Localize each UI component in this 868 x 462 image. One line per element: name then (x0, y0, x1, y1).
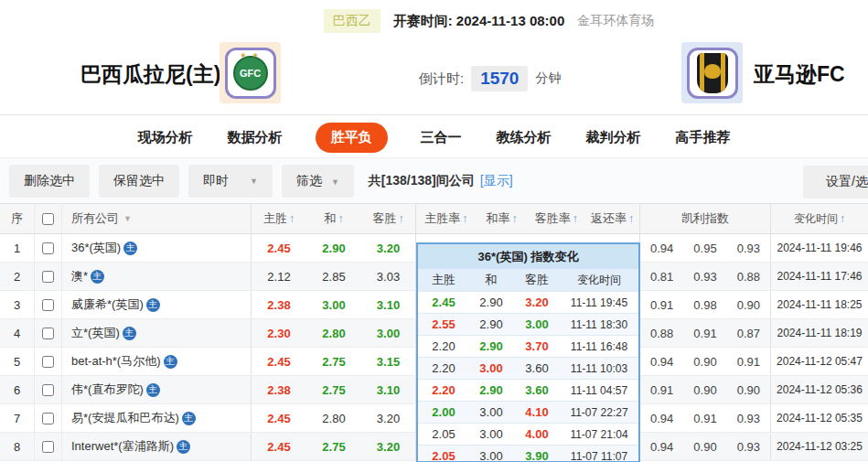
row-index: 7 (0, 404, 35, 432)
company-cell[interactable]: Interwet*(塞浦路斯)主 (62, 433, 252, 460)
company-cell[interactable]: 36*(英国)主 (62, 234, 252, 262)
col-header-draw-rate[interactable]: 和率↑ (477, 210, 528, 227)
kelly-value: 0.87 (727, 327, 770, 340)
popup-change-time: 11-07 22:27 (561, 406, 638, 419)
tab-5[interactable]: 裁判分析 (584, 124, 643, 152)
popup-change-time: 11-11 04:57 (561, 384, 638, 397)
col-header-draw-label: 和 (325, 210, 337, 227)
popup-odds-draw: 2.90 (469, 295, 513, 309)
main-company-icon: 主 (123, 242, 137, 255)
odds-cell: 2.38 (252, 291, 306, 318)
kelly-value: 0.93 (727, 440, 770, 454)
sort-up-icon: ↑ (573, 212, 578, 225)
company-cell[interactable]: 立*(英国)主 (62, 319, 252, 347)
col-header-home-rate[interactable]: 主胜率↑ (416, 210, 477, 227)
kelly-value: 0.91 (727, 355, 770, 369)
main-company-icon: 主 (146, 298, 160, 312)
popup-odds-home: 2.00 (418, 405, 469, 419)
kelly-value: 0.91 (640, 383, 683, 397)
countdown-unit: 分钟 (535, 70, 561, 87)
popup-change-time: 11-11 19:45 (561, 296, 638, 309)
row-checkbox[interactable] (42, 413, 54, 424)
row-index: 2 (0, 263, 35, 290)
home-logo-stars: ★ ★ (228, 51, 273, 59)
popup-odds-home: 2.20 (418, 383, 469, 397)
kelly-value: 0.91 (683, 327, 726, 340)
col-header-no[interactable]: 序 (0, 204, 35, 233)
odds-cell: 3.10 (361, 376, 416, 403)
kelly-cell: 0.910.900.90 (640, 376, 771, 403)
company-cell[interactable]: 威廉希*(英国)主 (62, 291, 252, 318)
row-checkbox[interactable] (42, 328, 54, 339)
company-name: 易*(安提瓜和巴布达) (71, 410, 179, 426)
popup-odds-away: 3.00 (513, 317, 561, 331)
col-header-company[interactable]: 所有公司 ▼ (62, 204, 252, 233)
kelly-value: 0.98 (683, 298, 726, 312)
odds-cell: 2.80 (306, 319, 361, 347)
filter-dropdown[interactable]: 筛选 ▼ (282, 165, 354, 198)
row-checkbox[interactable] (42, 242, 54, 254)
tab-3[interactable]: 三合一 (419, 124, 464, 152)
tab-1[interactable]: 数据分析 (226, 124, 284, 152)
chevron-down-icon: ▼ (331, 177, 339, 187)
popup-odds-draw: 2.90 (469, 339, 513, 353)
sort-up-icon: ↑ (399, 212, 404, 225)
col-header-home[interactable]: 主胜↑ (252, 204, 306, 233)
kickoff-time: 开赛时间: 2024-11-13 08:00 (393, 13, 565, 30)
sort-up-icon: ↑ (628, 212, 634, 225)
company-name: 36*(英国) (71, 240, 121, 256)
col-header-away-label: 客胜 (373, 210, 397, 227)
page: 巴西乙 开赛时间: 2024-11-13 08:00 金耳环体育场 巴西瓜拉尼(… (0, 0, 868, 462)
popup-row: 2.00 3.00 4.10 11-07 22:27 (418, 401, 638, 423)
kelly-value: 0.90 (683, 440, 726, 454)
row-index: 1 (0, 234, 35, 262)
odds-cell: 3.15 (361, 348, 416, 375)
odds-cell: 2.45 (252, 348, 306, 375)
home-team-name: 巴西瓜拉尼(主) (80, 60, 220, 89)
row-checkbox-cell (35, 263, 62, 290)
time-filter-dropdown[interactable]: 即时 ▼ (188, 165, 273, 198)
row-checkbox[interactable] (42, 441, 54, 453)
kelly-value: 0.95 (683, 242, 726, 255)
popup-odds-away: 3.90 (513, 449, 561, 462)
tab-0[interactable]: 现场分析 (136, 124, 195, 152)
keep-selected-button[interactable]: 保留选中 (99, 165, 179, 198)
delete-selected-button[interactable]: 删除选中 (9, 165, 90, 198)
company-cell[interactable]: 澳*主 (62, 263, 252, 290)
crest-stripe (721, 53, 725, 93)
tab-2[interactable]: 胜平负 (316, 123, 388, 153)
kelly-value: 0.94 (640, 355, 683, 369)
row-index: 8 (0, 433, 35, 460)
company-cell[interactable]: 伟*(直布罗陀)主 (62, 376, 252, 403)
col-header-company-label: 所有公司 (71, 210, 119, 227)
tab-6[interactable]: 高手推荐 (674, 124, 733, 152)
col-header-change-time[interactable]: 变化时间↑ (771, 204, 868, 233)
row-checkbox[interactable] (42, 384, 54, 396)
change-time: 2024-11-12 05:35 (771, 404, 868, 432)
show-link[interactable]: [显示] (480, 173, 513, 189)
company-cell[interactable]: 易*(安提瓜和巴布达)主 (62, 404, 252, 432)
select-all-checkbox[interactable] (42, 213, 54, 225)
row-checkbox-cell (35, 319, 62, 347)
popup-odds-away: 3.20 (513, 295, 561, 309)
tab-4[interactable]: 教练分析 (495, 124, 553, 152)
odds-table-header: 序 所有公司 ▼ 主胜↑ 和↑ 客胜↑ 主胜率↑ 和率↑ 客胜率↑ 返还率↑ 凯… (0, 203, 868, 234)
odds-cell: 2.75 (306, 433, 361, 460)
company-cell[interactable]: bet-at-h*(马尔他)主 (62, 348, 252, 375)
col-header-draw[interactable]: 和↑ (306, 204, 361, 233)
col-header-away-rate[interactable]: 客胜率↑ (528, 210, 586, 227)
popup-odds-draw: 3.00 (469, 427, 513, 441)
row-checkbox[interactable] (42, 271, 54, 283)
chevron-down-icon: ▼ (123, 214, 132, 223)
popup-change-time: 11-11 10:03 (561, 362, 638, 375)
col-header-return-rate[interactable]: 返还率↑ (585, 210, 639, 227)
row-checkbox[interactable] (42, 356, 54, 368)
popup-odds-away: 3.70 (513, 339, 561, 353)
company-name: Interwet*(塞浦路斯) (71, 438, 174, 455)
toolbar: 删除选中 保留选中 即时 ▼ 筛选 ▼ 共[138/138]间公司 [显示] 设… (0, 157, 868, 203)
row-checkbox[interactable] (42, 299, 54, 311)
col-header-away[interactable]: 客胜↑ (361, 204, 416, 233)
settings-button[interactable]: 设置/选择 (803, 166, 868, 199)
change-time: 2024-11-12 05:36 (771, 376, 868, 403)
odds-cell: 2.90 (306, 234, 361, 262)
